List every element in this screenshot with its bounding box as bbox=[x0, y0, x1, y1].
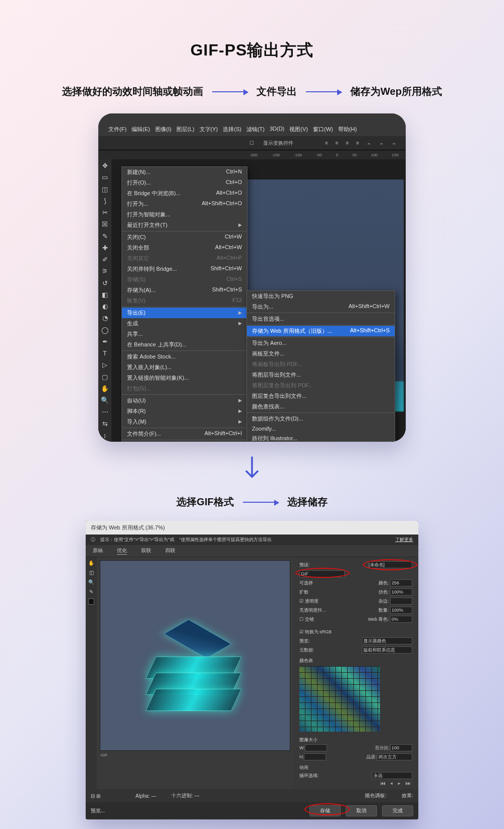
cancel-button[interactable]: 取消 bbox=[346, 805, 377, 816]
more-tools-icon[interactable]: ⋯ bbox=[100, 407, 109, 416]
path-select-icon[interactable]: ▷ bbox=[100, 361, 109, 369]
menuitem[interactable]: 关闭(C)Ctrl+W bbox=[122, 232, 247, 243]
preview-button[interactable]: 预览... bbox=[91, 807, 105, 814]
type-tool-icon[interactable]: T bbox=[100, 349, 109, 358]
menuitem[interactable]: 关闭全部Alt+Ctrl+W bbox=[122, 243, 247, 253]
submenuitem[interactable]: 颜色查找表... bbox=[247, 401, 395, 412]
menuitem[interactable]: 打印(P)...Ctrl+P bbox=[122, 441, 247, 442]
eyedropper-icon[interactable]: ✎ bbox=[89, 589, 93, 595]
width-input[interactable] bbox=[305, 744, 327, 751]
crop-tool-icon[interactable]: ✂ bbox=[100, 208, 109, 217]
menu-file[interactable]: 文件(F) bbox=[108, 126, 127, 133]
pen-tool-icon[interactable]: ✒ bbox=[100, 337, 109, 346]
colors-input[interactable] bbox=[390, 579, 412, 586]
submenuitem[interactable]: 快速导出为 PNG bbox=[247, 291, 395, 302]
artboard-tool-icon[interactable]: ▭ bbox=[100, 173, 109, 182]
menu-type[interactable]: 文字(Y) bbox=[200, 126, 218, 133]
submenuitem[interactable]: 路径到 Illustrator... bbox=[247, 433, 395, 442]
color-swatch-icon[interactable] bbox=[88, 599, 94, 605]
menu-3d[interactable]: 3D(D) bbox=[270, 126, 284, 133]
submenuitem[interactable]: 将画板导出到 PDF... bbox=[247, 359, 395, 370]
submenuitem[interactable]: 数据组作为文件(D)... bbox=[247, 413, 395, 424]
submenuitem[interactable]: 导出为 Aero... bbox=[247, 338, 395, 348]
export-submenu[interactable]: 快速导出为 PNG导出为...Alt+Shift+Ctrl+W导出首选项...存… bbox=[246, 290, 395, 442]
menuitem[interactable]: 存储(S)Ctrl+S bbox=[122, 274, 247, 285]
gradient-tool-icon[interactable]: ◐ bbox=[100, 302, 109, 311]
ps-menu-bar[interactable]: 文件(F) 编辑(E) 图像(I) 图层(L) 文字(Y) 选择(S) 滤镜(T… bbox=[98, 124, 406, 136]
playback-controls[interactable]: ⏮ ◀ ▶ ⏭ bbox=[299, 780, 412, 786]
tab-original[interactable]: 原稿 bbox=[93, 547, 103, 555]
done-button[interactable]: 完成 bbox=[382, 805, 413, 816]
submenuitem[interactable]: 存储为 Web 所用格式（旧版）...Alt+Shift+Ctrl+S bbox=[247, 326, 395, 336]
menu-edit[interactable]: 编辑(E) bbox=[132, 126, 150, 133]
menuitem[interactable]: 脚本(R) bbox=[122, 406, 247, 417]
transparency-checkbox[interactable]: 透明度 bbox=[305, 599, 319, 604]
submenuitem[interactable]: 导出首选项... bbox=[247, 314, 395, 324]
lasso-tool-icon[interactable]: ⟆ bbox=[100, 197, 109, 205]
shape-tool-icon[interactable]: ▢ bbox=[100, 373, 109, 381]
heal-tool-icon[interactable]: ✚ bbox=[100, 244, 109, 252]
menuitem[interactable]: 在 Bridge 中浏览(B)...Alt+Ctrl+O bbox=[122, 188, 247, 199]
websnap-input[interactable] bbox=[390, 616, 412, 623]
submenuitem[interactable]: Zoomify... bbox=[247, 424, 395, 433]
menu-filter[interactable]: 滤镜(T) bbox=[246, 126, 265, 133]
dialog-toolbar[interactable]: ✋ ◫ 🔍 ✎ bbox=[86, 557, 97, 789]
ps-toolbar[interactable]: ✥ ▭ ◫ ⟆ ✂ ☒ ✎ ✚ ✐ ⚞ ↺ ◧ ◐ ◔ ◯ ✒ T ▷ ▢ ✋ … bbox=[98, 159, 111, 442]
preview-select[interactable] bbox=[362, 637, 412, 644]
tab-4up[interactable]: 四联 bbox=[165, 547, 175, 555]
frame-tool-icon[interactable]: ☒ bbox=[100, 220, 109, 228]
hand-icon[interactable]: ✋ bbox=[88, 560, 94, 566]
interlaced-checkbox[interactable]: 交错 bbox=[305, 617, 314, 622]
stamp-tool-icon[interactable]: ⚞ bbox=[100, 267, 109, 275]
slice-icon[interactable]: ◫ bbox=[89, 570, 94, 575]
file-dropdown[interactable]: 新建(N)...Ctrl+N打开(O)...Ctrl+O在 Bridge 中浏览… bbox=[121, 166, 247, 442]
menuitem[interactable]: 文件简介(F)...Alt+Shift+Ctrl+I bbox=[122, 429, 247, 439]
menuitem[interactable]: 关闭其它Alt+Ctrl+P bbox=[122, 253, 247, 264]
menuitem[interactable]: 打包(G)... bbox=[122, 383, 247, 394]
submenuitem[interactable]: 将图层复合导出到 PDF... bbox=[247, 380, 395, 391]
swap-colors-icon[interactable]: ↕ bbox=[100, 431, 109, 440]
menuitem[interactable]: 最近打开文件(T) bbox=[122, 220, 247, 230]
hand-tool-icon[interactable]: ✋ bbox=[100, 384, 109, 393]
menuitem[interactable]: 打开为智能对象... bbox=[122, 209, 247, 220]
menuitem[interactable]: 搜索 Adobe Stock... bbox=[122, 351, 247, 362]
height-input[interactable] bbox=[304, 753, 326, 760]
move-tool-icon[interactable]: ✥ bbox=[100, 161, 109, 170]
marquee-tool-icon[interactable]: ◫ bbox=[100, 185, 109, 194]
menuitem[interactable]: 打开(O)...Ctrl+O bbox=[122, 177, 247, 188]
loop-select[interactable] bbox=[372, 772, 412, 779]
amount-input[interactable] bbox=[390, 607, 412, 614]
dither-input[interactable] bbox=[390, 588, 412, 596]
menuitem[interactable]: 导出(E) bbox=[122, 308, 247, 318]
srgb-checkbox[interactable]: 转换为 sRGB bbox=[305, 629, 332, 634]
menu-window[interactable]: 窗口(W) bbox=[313, 126, 333, 133]
menuitem[interactable]: 关闭并转到 Bridge...Shift+Ctrl+W bbox=[122, 264, 247, 274]
menuitem[interactable]: 导入(M) bbox=[122, 417, 247, 427]
menu-view[interactable]: 视图(V) bbox=[289, 126, 308, 133]
menu-help[interactable]: 帮助(H) bbox=[338, 126, 357, 133]
metadata-select[interactable] bbox=[362, 646, 412, 654]
menuitem[interactable]: 共享... bbox=[122, 329, 247, 339]
menuitem[interactable]: 自动(U) bbox=[122, 395, 247, 406]
zoom-icon[interactable]: 🔍 bbox=[88, 579, 94, 585]
eraser-tool-icon[interactable]: ◧ bbox=[100, 290, 109, 299]
history-brush-icon[interactable]: ↺ bbox=[100, 279, 109, 287]
menu-image[interactable]: 图像(I) bbox=[155, 126, 171, 133]
learn-more-link[interactable]: 了解更多 bbox=[395, 537, 413, 543]
submenuitem[interactable]: 导出为...Alt+Shift+Ctrl+W bbox=[247, 302, 395, 312]
submenuitem[interactable]: 将图层导出到文件... bbox=[247, 370, 395, 380]
edit-toolbar-icon[interactable]: ⇆ bbox=[100, 420, 109, 428]
menuitem[interactable]: 恢复(V)F12 bbox=[122, 295, 247, 306]
dialog-tabs[interactable]: 原稿 优化 双联 四联 bbox=[86, 545, 418, 557]
color-table[interactable] bbox=[299, 666, 380, 732]
percent-input[interactable] bbox=[390, 744, 412, 751]
menu-select[interactable]: 选择(S) bbox=[223, 126, 241, 133]
eyedropper-tool-icon[interactable]: ✎ bbox=[100, 232, 109, 241]
submenuitem[interactable]: 画板至文件... bbox=[247, 348, 395, 359]
tab-optimized[interactable]: 优化 bbox=[117, 547, 127, 555]
menuitem[interactable]: 打开为...Alt+Shift+Ctrl+O bbox=[122, 199, 247, 209]
menu-layer[interactable]: 图层(L) bbox=[176, 126, 194, 133]
zoom-tool-icon[interactable]: 🔍 bbox=[100, 396, 109, 404]
brush-tool-icon[interactable]: ✐ bbox=[100, 255, 109, 264]
dodge-tool-icon[interactable]: ◯ bbox=[100, 326, 109, 334]
